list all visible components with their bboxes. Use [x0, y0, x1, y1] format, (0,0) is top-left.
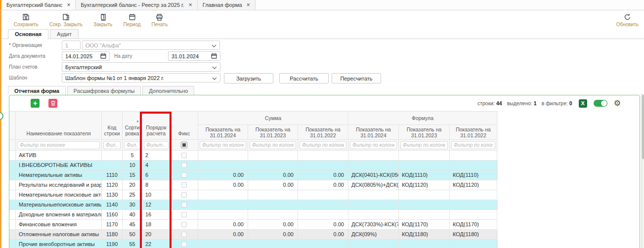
cell[interactable]: КОД(1180)	[450, 230, 497, 240]
save-button[interactable]: Сохранить	[8, 12, 44, 28]
table-row[interactable]: Доходные вложения в материальные ц...116…	[9, 210, 498, 220]
cell[interactable]	[399, 190, 450, 200]
calendar-icon[interactable]	[100, 53, 106, 60]
cell[interactable]	[399, 200, 450, 210]
cell[interactable]	[399, 240, 450, 248]
cell[interactable]	[9, 220, 16, 230]
cell[interactable]: КОД(1120)	[399, 180, 450, 190]
header-sum-2023[interactable]: Показатель на 31.01.2023	[248, 125, 298, 140]
cell[interactable]	[348, 161, 399, 170]
filter-sum-2023-input[interactable]	[250, 141, 296, 149]
cell[interactable]: 0.00	[248, 170, 298, 180]
cell[interactable]: 1180	[102, 230, 123, 240]
cell[interactable]	[348, 200, 399, 210]
cell[interactable]	[198, 240, 248, 248]
cell[interactable]: 15	[123, 170, 142, 180]
table-row[interactable]: Нематериальные поисковые активы11302510	[9, 190, 498, 200]
cell[interactable]: 30	[123, 200, 142, 210]
cell[interactable]	[298, 151, 348, 161]
vertical-scrollbar[interactable]	[641, 94, 644, 248]
cell[interactable]: 12	[142, 200, 171, 210]
cell[interactable]: 0.00	[248, 180, 298, 190]
cell[interactable]	[9, 200, 16, 210]
filter-sort-input[interactable]	[124, 141, 140, 149]
fix-checkbox[interactable]	[181, 153, 187, 158]
indicator-name-cell[interactable]: Доходные вложения в материальные ц...	[16, 210, 102, 220]
indicator-name-cell[interactable]: Результаты исследований и разработок	[16, 180, 102, 190]
filter-order-input[interactable]	[144, 141, 169, 149]
cell[interactable]	[450, 151, 497, 161]
cell[interactable]: 50	[123, 230, 142, 240]
calendar-icon[interactable]	[211, 53, 217, 60]
save-close-button[interactable]: Сохр. Закрыть	[44, 12, 88, 28]
cell[interactable]: 0.00	[298, 180, 348, 190]
cell[interactable]: 1160	[102, 210, 123, 220]
cell[interactable]	[450, 210, 497, 220]
table-row[interactable]: Прочие внеоборотные активы11905522	[9, 240, 498, 248]
cell[interactable]	[9, 151, 16, 161]
refresh-button[interactable]: Обновить	[611, 12, 644, 28]
load-button[interactable]: Загрузить	[224, 73, 273, 83]
window-tab-registry[interactable]: Бухгалтерский баланс - Реестр за 2025 г.…	[76, 0, 197, 10]
fix-checkbox[interactable]	[181, 222, 187, 227]
cell[interactable]: 40	[123, 210, 142, 220]
cell[interactable]: 22	[142, 240, 171, 248]
cell[interactable]	[298, 210, 348, 220]
cell[interactable]: 0.00	[198, 220, 248, 230]
export-excel-button[interactable]: X	[579, 99, 587, 108]
table-row[interactable]: I.ВНЕОБОРОТНЫЕ АКТИВЫ104	[9, 161, 498, 170]
cell[interactable]	[171, 210, 198, 220]
cell[interactable]: 1120	[102, 180, 123, 190]
chart-of-accounts-select[interactable]: Бухгалтерский	[62, 62, 220, 72]
cell[interactable]	[171, 200, 198, 210]
cell[interactable]: 16	[142, 210, 171, 220]
fix-checkbox[interactable]	[181, 192, 187, 198]
organization-code-field[interactable]: 1	[62, 41, 81, 50]
cell[interactable]	[298, 190, 348, 200]
tab-formula-breakdown[interactable]: Расшифровка формулы	[67, 86, 141, 95]
cell[interactable]: ДСК(09%)	[348, 230, 399, 240]
tab-report-form[interactable]: Отчетная форма	[8, 86, 66, 95]
header-formula-2023[interactable]: Показатель на 31.01.2023	[399, 125, 450, 140]
cell[interactable]	[450, 200, 497, 210]
table-row[interactable]: Нематериальные активы11101560.000.000.00…	[9, 170, 498, 180]
cell[interactable]: КОД(1110)	[450, 170, 497, 180]
cell[interactable]: КОД(1170)	[399, 220, 450, 230]
fix-checkbox[interactable]	[181, 232, 187, 237]
cell[interactable]: КОД(1180)	[399, 230, 450, 240]
cell[interactable]: 1190	[102, 240, 123, 248]
close-icon[interactable]: ×	[67, 2, 70, 8]
tab-audit[interactable]: Аудит	[50, 29, 79, 39]
cell[interactable]	[248, 200, 298, 210]
header-order[interactable]: Порядок расчета	[142, 112, 171, 140]
close-icon[interactable]: ×	[247, 2, 250, 8]
indicator-name-cell[interactable]: Отложенные налоговые активы	[16, 230, 102, 240]
filter-sum-2022-input[interactable]	[300, 141, 346, 149]
cell[interactable]	[171, 151, 198, 161]
cell[interactable]: 1130	[102, 190, 123, 200]
cell[interactable]: ДСК(7303%)-КСК(73...	[348, 220, 399, 230]
cell[interactable]: 10	[123, 161, 142, 170]
cell[interactable]	[298, 240, 348, 248]
cell[interactable]	[9, 230, 16, 240]
cell[interactable]	[9, 190, 16, 200]
cell[interactable]	[198, 210, 248, 220]
cell[interactable]	[9, 240, 16, 248]
cell[interactable]: 55	[123, 240, 142, 248]
cell[interactable]: 0.00	[198, 170, 248, 180]
gear-icon[interactable]: ⚙	[614, 99, 621, 107]
table-row[interactable]: АКТИВ52	[9, 151, 498, 161]
document-date-field[interactable]: 14.01.2025	[62, 51, 110, 61]
cell[interactable]: 20	[142, 230, 171, 240]
fix-checkbox[interactable]	[181, 172, 187, 178]
cell[interactable]: 0.00	[248, 230, 298, 240]
tab-main[interactable]: Основная	[8, 29, 48, 39]
cell[interactable]: 6	[142, 170, 171, 180]
header-sum-2024[interactable]: Показатель на 31.01.2024	[198, 125, 248, 140]
cell[interactable]	[399, 210, 450, 220]
header-name[interactable]: Наименование показателя	[16, 112, 102, 140]
cell[interactable]	[9, 210, 16, 220]
indicator-name-cell[interactable]: АКТИВ	[16, 151, 102, 161]
cell[interactable]: 0.00	[298, 220, 348, 230]
cell[interactable]	[248, 240, 298, 248]
